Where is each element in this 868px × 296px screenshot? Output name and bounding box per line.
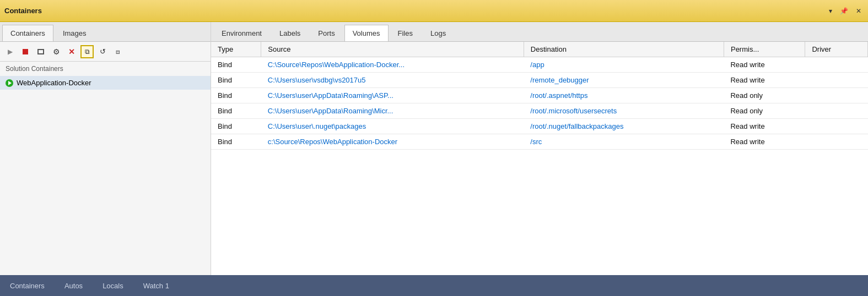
settings-btn[interactable]: ⚙ xyxy=(50,45,63,58)
cell-permissions: Read only xyxy=(724,103,805,119)
running-indicator xyxy=(6,79,13,87)
copy2-btn[interactable]: ⧈ xyxy=(111,45,125,58)
bottom-tab-watch1[interactable]: Watch 1 xyxy=(133,277,179,294)
right-panel: Environment Labels Ports Volumes Files L… xyxy=(211,22,868,275)
cell-type: Bind xyxy=(211,57,261,73)
cell-type: Bind xyxy=(211,119,261,134)
cell-type: Bind xyxy=(211,103,261,119)
table-row: Bind C:\Users\user\.nuget\packages /root… xyxy=(211,119,868,134)
window-controls: ▾ 📌 ✕ xyxy=(827,6,864,16)
main-container: Containers Images ▶ ⚙ xyxy=(0,22,868,296)
cell-driver xyxy=(805,57,868,73)
cell-destination: /app xyxy=(524,57,724,73)
gear-icon: ⚙ xyxy=(53,47,60,56)
cell-driver xyxy=(805,103,868,119)
volumes-table-wrapper: Type Source Destination Permis... Driver… xyxy=(211,42,868,275)
table-row: Bind C:\Users\user\AppData\Roaming\Micr.… xyxy=(211,103,868,119)
cell-source: c:\Source\Repos\WebApplication-Docker xyxy=(261,134,524,150)
container-name: WebApplication-Docker xyxy=(17,79,91,87)
refresh-btn[interactable]: ↺ xyxy=(96,45,109,58)
cell-type: Bind xyxy=(211,73,261,88)
cell-source: C:\Source\Repos\WebApplication-Docker... xyxy=(261,57,524,73)
tab-images[interactable]: Images xyxy=(55,25,95,41)
cell-destination: /root/.aspnet/https xyxy=(524,88,724,103)
cell-driver xyxy=(805,134,868,150)
container-item-webapp[interactable]: WebApplication-Docker xyxy=(0,76,211,90)
copy-icon: ⧉ xyxy=(85,48,90,56)
cell-destination: /root/.microsoft/usersecrets xyxy=(524,103,724,119)
cell-driver xyxy=(805,73,868,88)
tab-labels[interactable]: Labels xyxy=(271,25,309,41)
play-icon: ▶ xyxy=(8,48,13,56)
table-row: Bind C:\Users\user\AppData\Roaming\ASP..… xyxy=(211,88,868,103)
play-btn[interactable]: ▶ xyxy=(3,45,17,58)
cell-permissions: Read write xyxy=(724,119,805,134)
col-permissions: Permis... xyxy=(724,42,805,57)
terminal-icon xyxy=(37,49,44,54)
cell-permissions: Read write xyxy=(724,73,805,88)
cell-type: Bind xyxy=(211,134,261,150)
refresh-icon: ↺ xyxy=(100,47,106,56)
tab-containers[interactable]: Containers xyxy=(2,25,53,41)
pin-btn[interactable]: 📌 xyxy=(838,6,850,16)
stop-icon xyxy=(23,49,28,54)
close-btn[interactable]: ✕ xyxy=(854,6,864,16)
table-row: Bind C:\Source\Repos\WebApplication-Dock… xyxy=(211,57,868,73)
cell-permissions: Read write xyxy=(724,134,805,150)
col-destination: Destination xyxy=(524,42,724,57)
tab-logs[interactable]: Logs xyxy=(422,25,454,41)
copy2-icon: ⧈ xyxy=(116,48,120,56)
cell-permissions: Read write xyxy=(724,57,805,73)
table-row: Bind C:\Users\user\vsdbg\vs2017u5 /remot… xyxy=(211,73,868,88)
copy-btn[interactable]: ⧉ xyxy=(80,45,94,58)
sidebar-toolbar: ▶ ⚙ ✕ ⧉ ↺ xyxy=(0,42,211,62)
cell-destination: /root/.nuget/fallbackpackages xyxy=(524,119,724,134)
cell-driver xyxy=(805,119,868,134)
title-bar: Containers ▾ 📌 ✕ xyxy=(0,0,868,22)
cell-source: C:\Users\user\AppData\Roaming\Micr... xyxy=(261,103,524,119)
tab-files[interactable]: Files xyxy=(390,25,421,41)
delete-btn[interactable]: ✕ xyxy=(65,45,78,58)
content-area: Containers Images ▶ ⚙ xyxy=(0,22,868,275)
cell-permissions: Read only xyxy=(724,88,805,103)
cell-type: Bind xyxy=(211,88,261,103)
cell-source: C:\Users\user\.nuget\packages xyxy=(261,119,524,134)
terminal-btn[interactable] xyxy=(34,45,47,58)
sidebar-tab-bar: Containers Images xyxy=(0,22,211,42)
cell-destination: /remote_debugger xyxy=(524,73,724,88)
bottom-tab-autos[interactable]: Autos xyxy=(55,277,93,294)
delete-icon: ✕ xyxy=(68,47,75,56)
table-row: Bind c:\Source\Repos\WebApplication-Dock… xyxy=(211,134,868,150)
dropdown-arrow-btn[interactable]: ▾ xyxy=(827,6,834,16)
bottom-tab-bar: Containers Autos Locals Watch 1 xyxy=(0,275,868,296)
table-header: Type Source Destination Permis... Driver xyxy=(211,42,868,57)
bottom-tab-locals[interactable]: Locals xyxy=(93,277,133,294)
table-body: Bind C:\Source\Repos\WebApplication-Dock… xyxy=(211,57,868,150)
cell-source: C:\Users\user\AppData\Roaming\ASP... xyxy=(261,88,524,103)
right-tab-bar: Environment Labels Ports Volumes Files L… xyxy=(211,22,868,42)
col-driver: Driver xyxy=(805,42,868,57)
stop-btn[interactable] xyxy=(19,45,32,58)
col-source: Source xyxy=(261,42,524,57)
sidebar: Containers Images ▶ ⚙ xyxy=(0,22,211,275)
cell-source: C:\Users\user\vsdbg\vs2017u5 xyxy=(261,73,524,88)
tab-ports[interactable]: Ports xyxy=(310,25,343,41)
volumes-table: Type Source Destination Permis... Driver… xyxy=(211,42,868,150)
cell-driver xyxy=(805,88,868,103)
tab-environment[interactable]: Environment xyxy=(213,25,270,41)
window-title: Containers xyxy=(4,7,42,15)
cell-destination: /src xyxy=(524,134,724,150)
col-type: Type xyxy=(211,42,261,57)
tab-volumes[interactable]: Volumes xyxy=(344,25,389,41)
solution-header: Solution Containers xyxy=(0,62,211,76)
bottom-tab-containers[interactable]: Containers xyxy=(0,277,55,294)
